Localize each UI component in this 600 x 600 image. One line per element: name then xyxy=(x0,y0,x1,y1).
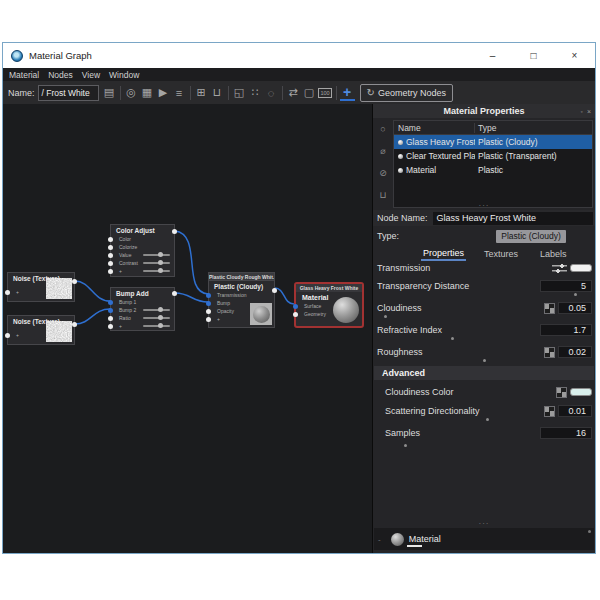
node-slider[interactable] xyxy=(143,325,170,327)
input-port[interactable] xyxy=(108,300,113,305)
arrange-icon[interactable]: ⇄ xyxy=(286,85,301,101)
input-port[interactable] xyxy=(206,309,211,314)
material-footer-bar[interactable]: - Material xyxy=(374,528,594,550)
output-port[interactable] xyxy=(172,229,177,234)
input-port[interactable] xyxy=(5,290,10,295)
node-slider[interactable] xyxy=(143,317,170,319)
node-preview-icon[interactable]: ◌ xyxy=(264,85,279,101)
node-group-icon[interactable]: ∷ xyxy=(248,85,263,101)
collapse-icon[interactable]: - xyxy=(378,535,381,544)
value-field[interactable]: 16 xyxy=(540,427,592,439)
fit-view-icon[interactable]: ▢ xyxy=(302,85,317,101)
node-noise-texture-2[interactable]: Noise (Texture) + xyxy=(7,315,75,345)
texture-map-icon[interactable] xyxy=(544,303,555,314)
type-dropdown[interactable]: Plastic (Cloudy) xyxy=(496,230,566,243)
input-port[interactable] xyxy=(108,237,113,242)
maximize-button[interactable]: □ xyxy=(513,43,554,68)
geometry-nodes-button[interactable]: ↻ Geometry Nodes xyxy=(360,84,453,102)
input-port[interactable] xyxy=(293,312,298,317)
insert-node-icon[interactable]: ◱ xyxy=(232,85,247,101)
menu-window[interactable]: Window xyxy=(109,70,139,80)
node-color-adjust[interactable]: Color Adjust Color Colorize Value Contra… xyxy=(110,224,175,277)
texture-map-icon[interactable] xyxy=(556,387,567,398)
input-port[interactable] xyxy=(108,261,113,266)
input-port[interactable] xyxy=(108,245,113,250)
node-bump-add[interactable]: Bump Add Bump 1 Bump 2 Ratio + xyxy=(110,287,175,331)
value-field[interactable]: 0.02 xyxy=(558,346,592,358)
color-swatch[interactable] xyxy=(570,388,592,396)
input-port[interactable] xyxy=(108,316,113,321)
apply-icon[interactable]: ▶ xyxy=(156,85,171,101)
solo-icon[interactable]: ○ xyxy=(380,124,385,134)
node-slider[interactable] xyxy=(143,270,170,272)
table-row[interactable]: Glass Heavy Frost White Plastic (Cloudy) xyxy=(394,135,592,149)
input-port[interactable] xyxy=(293,304,298,309)
column-type[interactable]: Type xyxy=(475,123,496,133)
link-icon[interactable]: ⌀ xyxy=(380,146,385,156)
close-button[interactable]: × xyxy=(554,43,595,68)
menu-nodes[interactable]: Nodes xyxy=(48,70,73,80)
slider-handle[interactable] xyxy=(384,315,387,318)
table-row[interactable]: Material Plastic xyxy=(394,163,592,177)
value-field[interactable]: 0.05 xyxy=(558,302,592,314)
zoom-100-icon[interactable]: 100 xyxy=(318,85,333,101)
output-port[interactable] xyxy=(72,279,77,284)
input-port[interactable] xyxy=(206,301,211,306)
tab-textures[interactable]: Textures xyxy=(482,246,520,261)
duplicate-icon[interactable]: ⊞ xyxy=(194,85,209,101)
delete-icon[interactable]: ⊔ xyxy=(210,85,225,101)
node-noise-texture-1[interactable]: Noise (Texture) + xyxy=(7,272,75,302)
node-name-input[interactable]: Glass Heavy Frost White xyxy=(433,212,593,225)
slider-handle[interactable] xyxy=(486,418,489,421)
input-port[interactable] xyxy=(206,317,211,322)
value-field[interactable]: 5 xyxy=(540,280,592,292)
float-panel-icon[interactable]: ◦ xyxy=(580,108,582,115)
slider-handle[interactable] xyxy=(451,337,454,340)
node-slider[interactable] xyxy=(143,309,170,311)
output-port[interactable] xyxy=(72,322,77,327)
tab-properties[interactable]: Properties xyxy=(421,246,466,261)
column-name[interactable]: Name xyxy=(394,123,475,133)
menu-view[interactable]: View xyxy=(82,70,100,80)
input-port[interactable] xyxy=(206,293,211,298)
levels-icon[interactable]: ≡ xyxy=(172,85,187,101)
close-panel-icon[interactable]: × xyxy=(587,108,591,115)
slider-handle[interactable] xyxy=(574,293,577,296)
trash-icon[interactable]: ⊔ xyxy=(379,190,386,200)
value-field[interactable]: 0.01 xyxy=(558,405,592,417)
advanced-section-header[interactable]: Advanced xyxy=(374,366,594,380)
input-port[interactable] xyxy=(5,333,10,338)
splitter-handle[interactable]: ··· xyxy=(373,204,595,208)
input-port[interactable] xyxy=(108,269,113,274)
output-port[interactable] xyxy=(172,291,177,296)
minimize-button[interactable]: – xyxy=(472,43,513,68)
input-port[interactable] xyxy=(108,253,113,258)
input-port[interactable] xyxy=(108,324,113,329)
node-plastic-cloudy[interactable]: Plastic Cloudy Rough Whit... Plastic (Cl… xyxy=(208,272,275,328)
color-swatch[interactable] xyxy=(570,264,592,272)
title-bar[interactable]: Material Graph – □ × xyxy=(3,43,595,68)
levels-icon[interactable] xyxy=(552,263,567,274)
tab-labels[interactable]: Labels xyxy=(538,246,569,261)
value-field[interactable]: 1.7 xyxy=(540,324,592,336)
pan-icon[interactable]: + xyxy=(340,85,355,101)
node-graph-canvas[interactable]: Noise (Texture) + Noise (Texture) + xyxy=(3,104,372,553)
material-name-input[interactable]: / Frost White xyxy=(38,85,99,101)
slider-handle[interactable] xyxy=(404,444,407,447)
node-slider[interactable] xyxy=(143,254,170,256)
menu-material[interactable]: Material xyxy=(9,70,39,80)
swatches-icon[interactable]: ▦ xyxy=(140,85,155,101)
table-row[interactable]: Clear Textured Plas Plastic (Transparent… xyxy=(394,149,592,163)
node-slider[interactable] xyxy=(143,262,170,264)
unlink-icon[interactable]: ⊘ xyxy=(379,168,387,178)
preview-sphere-icon[interactable]: ◎ xyxy=(124,85,139,101)
output-port[interactable] xyxy=(272,288,277,293)
save-icon[interactable]: ▤ xyxy=(102,85,117,101)
panel-header[interactable]: Material Properties ◦ × xyxy=(373,104,595,118)
texture-map-icon[interactable] xyxy=(544,406,555,417)
input-port[interactable] xyxy=(108,308,113,313)
splitter-handle[interactable]: ··· xyxy=(373,522,595,526)
texture-map-icon[interactable] xyxy=(544,347,555,358)
slider-handle[interactable] xyxy=(483,359,486,362)
node-material-selected[interactable]: Glass Heavy Frost White Material Surface… xyxy=(294,282,364,328)
